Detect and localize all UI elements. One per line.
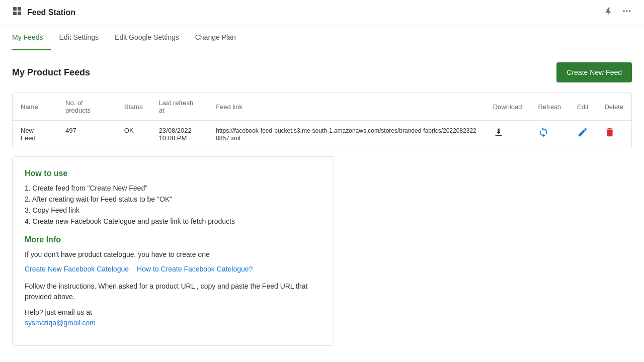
app-header: Feed Station — [0, 0, 644, 25]
feeds-table-card: Name No. of products Status Last refresh… — [12, 93, 632, 148]
pin-icon[interactable] — [605, 7, 614, 18]
delete-cell — [596, 121, 631, 148]
download-cell — [485, 121, 530, 148]
how-to-use-heading: How to use — [25, 169, 321, 178]
app-title: Feed Station — [27, 8, 75, 17]
feed-name: New Feed — [13, 121, 57, 148]
table-row: New Feed 497 OK 23/08/202210:08 PM https… — [13, 121, 631, 148]
how-to-step-1: 1. Create feed from "Create New Feed" — [25, 184, 321, 192]
how-to-step-4: 4. Create new Facebook Catelogue and pas… — [25, 217, 321, 225]
col-edit: Edit — [569, 93, 596, 121]
feed-last-refresh: 23/08/202210:08 PM — [151, 121, 208, 148]
edit-cell — [569, 121, 596, 148]
delete-button[interactable] — [604, 127, 615, 140]
table-body: New Feed 497 OK 23/08/202210:08 PM https… — [13, 121, 631, 148]
tab-my-feeds[interactable]: My Feeds — [12, 25, 51, 50]
col-products: No. of products — [57, 93, 116, 121]
feeds-table: Name No. of products Status Last refresh… — [13, 93, 631, 148]
svg-point-4 — [623, 10, 625, 12]
refresh-button[interactable] — [538, 127, 549, 140]
feed-link-text: https://facebook-feed-bucket.s3.me-south… — [216, 127, 476, 142]
more-info-heading: More Info — [25, 235, 321, 244]
svg-rect-3 — [18, 12, 21, 15]
col-refresh: Refresh — [530, 93, 569, 121]
main-content: My Product Feeds Create New Feed Name No… — [0, 50, 644, 358]
refresh-cell — [530, 121, 569, 148]
download-button[interactable] — [493, 127, 504, 140]
svg-rect-1 — [18, 7, 21, 11]
page-header: My Product Feeds Create New Feed — [12, 62, 632, 82]
info-card: How to use 1. Create feed from "Create N… — [12, 156, 334, 346]
help-label: Help? just email us at — [25, 308, 92, 316]
header-actions — [605, 6, 632, 19]
tab-edit-settings[interactable]: Edit Settings — [51, 25, 107, 50]
col-status: Status — [116, 93, 151, 121]
create-new-feed-button[interactable]: Create New Feed — [556, 62, 632, 82]
page-title: My Product Feeds — [12, 67, 90, 78]
how-to-use-list: 1. Create feed from "Create New Feed" 2.… — [25, 184, 321, 225]
email-link[interactable]: sysmatiqa@gmail.com — [25, 319, 96, 327]
how-to-create-catalogue-link[interactable]: How to Create Facebook Catelogue? — [137, 265, 253, 273]
create-facebook-catalogue-link[interactable]: Create New Facebook Catelogue — [25, 265, 129, 273]
col-last-refresh: Last refresh at — [151, 93, 208, 121]
col-download: Download — [485, 93, 530, 121]
svg-rect-0 — [13, 7, 17, 11]
feed-link-cell: https://facebook-feed-bucket.s3.me-south… — [208, 121, 485, 148]
svg-point-5 — [626, 10, 627, 12]
tab-change-plan[interactable]: Change Plan — [187, 25, 244, 50]
svg-rect-2 — [13, 12, 17, 15]
more-options-icon[interactable] — [622, 6, 632, 19]
info-links: Create New Facebook Catelogue How to Cre… — [25, 265, 321, 273]
svg-point-6 — [629, 10, 630, 12]
how-to-step-3: 3. Copy Feed link — [25, 206, 321, 214]
help-text: Help? just email us at sysmatiqa@gmail.c… — [25, 307, 321, 328]
instructions-text: Follow the instructions. When asked for … — [25, 281, 321, 302]
tab-edit-google-settings[interactable]: Edit Google Settings — [107, 25, 187, 50]
table-header: Name No. of products Status Last refresh… — [13, 93, 631, 121]
col-delete: Delete — [596, 93, 631, 121]
feed-status: OK — [116, 121, 151, 148]
edit-button[interactable] — [577, 127, 588, 140]
tab-bar: My Feeds Edit Settings Edit Google Setti… — [0, 25, 644, 50]
header-left: Feed Station — [12, 6, 75, 19]
more-info-text: If you don't have product catelogue, you… — [25, 249, 321, 260]
feed-products: 497 — [57, 121, 116, 148]
col-name: Name — [13, 93, 57, 121]
how-to-step-2: 2. After creating wait for Feed status t… — [25, 195, 321, 203]
feed-station-icon — [12, 6, 22, 19]
col-feed-link: Feed link — [208, 93, 485, 121]
